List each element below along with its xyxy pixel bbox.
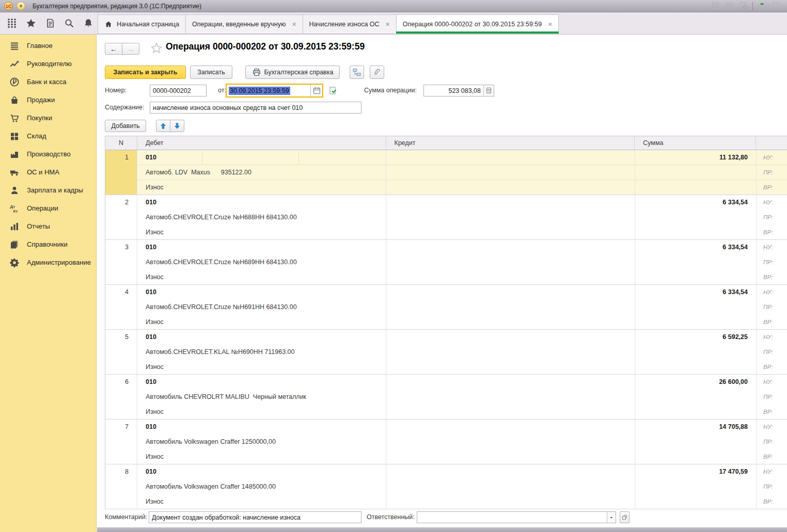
tab-close-icon[interactable]: ×: [292, 21, 296, 28]
accounting-reference-button[interactable]: Бухгалтерская справка: [245, 66, 340, 79]
table-row[interactable]: 6010Автомобиль CHEVROLRT MALIBU Черный м…: [105, 375, 787, 420]
tab-depreciation[interactable]: Начисление износа ОС×: [303, 14, 397, 34]
favorite-star-icon[interactable]: [151, 42, 162, 54]
credit-cell[interactable]: [386, 285, 635, 329]
row-number-cell[interactable]: 4: [105, 285, 137, 329]
row-number-cell[interactable]: 3: [105, 240, 137, 284]
back-button[interactable]: ←: [105, 43, 122, 55]
preview-icon[interactable]: [738, 1, 748, 11]
sidebar-item-ruble[interactable]: Банк и касса: [0, 73, 96, 91]
sidebar-item-dtkt[interactable]: ДтКтОперации: [0, 199, 96, 217]
sidebar-item-gear[interactable]: Администрирование: [0, 253, 96, 271]
sidebar-item-chart[interactable]: Отчеты: [0, 217, 96, 235]
save-icon[interactable]: [711, 1, 720, 11]
responsible-input[interactable]: [417, 512, 607, 523]
link-go-icon[interactable]: [757, 1, 767, 11]
link-get-icon[interactable]: [771, 1, 781, 11]
debit-cell[interactable]: 010Автомоб.CHEVROLET.Cruze №Н689НН 68413…: [137, 240, 386, 284]
notifications-icon[interactable]: [83, 18, 93, 28]
credit-cell[interactable]: [386, 464, 635, 509]
table-row[interactable]: 1010Автомоб. LDV Maxus 935122.00Износ11 …: [105, 150, 787, 195]
row-number-cell[interactable]: 6: [105, 375, 137, 419]
debit-cell[interactable]: 010Автомобиль Volkswagen Craffer 1485000…: [137, 464, 386, 509]
credit-cell[interactable]: [386, 330, 635, 374]
responsible-dropdown-button[interactable]: [607, 512, 616, 523]
sum-cell[interactable]: 17 470,59: [635, 464, 757, 509]
sidebar-item-trend[interactable]: Руководителю: [0, 55, 96, 73]
sum-cell[interactable]: 26 600,00: [635, 375, 757, 419]
calendar-button[interactable]: [310, 85, 322, 96]
date-field[interactable]: 30.09.2015 23:59:59: [226, 84, 323, 98]
header-n[interactable]: N: [105, 136, 137, 150]
star-icon[interactable]: [26, 18, 36, 28]
tab-close-icon[interactable]: ×: [386, 21, 390, 28]
table-row[interactable]: 4010Автомоб.CHEVROLET.Cruze №Н691НН 6841…: [105, 285, 787, 330]
table-row[interactable]: 3010Автомоб.CHEVROLET.Cruze №Н689НН 6841…: [105, 240, 787, 285]
sidebar-item-person[interactable]: Зарплата и кадры: [0, 181, 96, 199]
credit-cell[interactable]: [386, 420, 635, 464]
sidebar-item-truck[interactable]: ОС и НМА: [0, 163, 96, 181]
header-sum[interactable]: Сумма: [635, 136, 756, 150]
sum-cell[interactable]: 14 705,88: [635, 420, 757, 464]
sidebar-item-cart[interactable]: Покупки: [0, 109, 96, 127]
history-icon[interactable]: [45, 18, 55, 28]
debit-cell[interactable]: 010Автомоб.CHEVROLET.KLAL №Н690НН 711963…: [137, 330, 386, 374]
move-up-button[interactable]: [156, 120, 170, 132]
tab-close-icon[interactable]: ×: [548, 21, 552, 28]
credit-cell[interactable]: [386, 375, 635, 419]
related-documents-button[interactable]: [350, 66, 364, 79]
debit-cell[interactable]: 010Автомоб.CHEVROLET.Cruze №Н688НН 68413…: [137, 195, 386, 239]
debit-cell[interactable]: 010Автомобиль CHEVROLRT MALIBU Черный ме…: [137, 375, 386, 419]
move-down-button[interactable]: [170, 120, 184, 132]
debit-cell[interactable]: 010Автомоб. LDV Maxus 935122.00Износ: [137, 150, 386, 195]
search-icon[interactable]: [64, 18, 74, 28]
debit-cell[interactable]: 010Автомобиль Volkswagen Craffer 1250000…: [137, 420, 386, 464]
row-number-cell[interactable]: 2: [105, 195, 137, 239]
sidebar-item-bag[interactable]: Продажи: [0, 91, 96, 109]
header-credit[interactable]: Кредит: [386, 136, 635, 150]
row-number-cell[interactable]: 1: [105, 150, 137, 195]
debit-cell[interactable]: 010Автомоб.CHEVROLET.Cruze №Н691НН 68413…: [137, 285, 386, 329]
responsible-open-button[interactable]: [620, 511, 629, 523]
add-row-button[interactable]: Добавить: [105, 120, 146, 132]
sum-cell[interactable]: 6 334,54: [635, 240, 757, 284]
table-row[interactable]: 7010Автомобиль Volkswagen Craffer 125000…: [105, 420, 787, 464]
sidebar-item-factory[interactable]: Производство: [0, 145, 96, 163]
row-number-cell[interactable]: 7: [105, 420, 137, 464]
sum-cell[interactable]: 6 592,25: [635, 330, 757, 374]
credit-cell[interactable]: [386, 240, 635, 284]
table-row[interactable]: 8010Автомобиль Volkswagen Craffer 148500…: [105, 464, 787, 509]
sidebar-item-warehouse[interactable]: Склад: [0, 127, 96, 145]
table-row[interactable]: 5010Автомоб.CHEVROLET.KLAL №Н690НН 71196…: [105, 330, 787, 375]
apps-icon[interactable]: [7, 18, 17, 28]
comment-input[interactable]: [149, 511, 361, 523]
operation-sum-input[interactable]: [424, 85, 483, 96]
operation-sum-field[interactable]: [423, 85, 494, 96]
forward-button[interactable]: →: [122, 43, 139, 55]
credit-cell[interactable]: [386, 195, 635, 239]
row-number-cell[interactable]: 5: [105, 330, 137, 374]
number-input[interactable]: [150, 85, 207, 96]
main-menu-button[interactable]: ▼: [17, 2, 25, 10]
write-check-icon[interactable]: [328, 86, 338, 96]
sum-cell[interactable]: 11 132,80: [635, 150, 757, 195]
sidebar-item-menu[interactable]: Главное: [0, 37, 96, 55]
credit-cell[interactable]: [386, 150, 635, 195]
save-and-close-button[interactable]: Записать и закрыть: [105, 66, 186, 79]
print-icon[interactable]: [725, 1, 734, 11]
tax-label: ВР:: [763, 449, 787, 464]
responsible-field[interactable]: [417, 511, 616, 523]
attachments-button[interactable]: [370, 66, 384, 79]
tab-manual-operations[interactable]: Операции, введенные вручную×: [185, 14, 303, 34]
table-row[interactable]: 2010Автомоб.CHEVROLET.Cruze №Н688НН 6841…: [105, 195, 787, 240]
calculator-button[interactable]: [483, 85, 494, 96]
sum-cell[interactable]: 6 334,54: [635, 285, 757, 329]
sidebar-item-books[interactable]: Справочники: [0, 235, 96, 253]
save-button[interactable]: Записать: [190, 66, 232, 79]
header-debit[interactable]: Дебет: [137, 136, 386, 150]
content-input[interactable]: [150, 102, 361, 114]
row-number-cell[interactable]: 8: [105, 464, 137, 509]
sum-cell[interactable]: 6 334,54: [635, 195, 757, 239]
tab-home[interactable]: Начальная страница: [98, 14, 186, 34]
tab-operation-document[interactable]: Операция 0000-000202 от 30.09.2015 23:59…: [396, 14, 559, 34]
